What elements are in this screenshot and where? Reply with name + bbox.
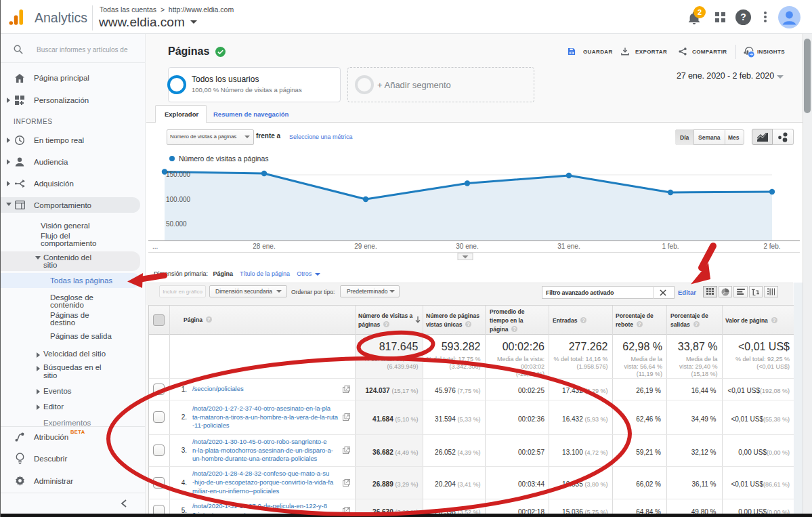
svg-text:50.000: 50.000: [166, 220, 187, 228]
svg-text:29 ene.: 29 ene.: [354, 243, 377, 250]
svg-text:31 ene.: 31 ene.: [557, 243, 580, 250]
svg-text:2 feb.: 2 feb.: [763, 243, 780, 250]
svg-text:100.000: 100.000: [166, 196, 191, 203]
svg-text:150.000: 150.000: [166, 171, 191, 178]
svg-text:28 ene.: 28 ene.: [253, 243, 275, 250]
svg-text:30 ene.: 30 ene.: [456, 243, 478, 250]
svg-text:1 feb.: 1 feb.: [662, 243, 679, 250]
svg-text:...: ...: [152, 243, 158, 250]
